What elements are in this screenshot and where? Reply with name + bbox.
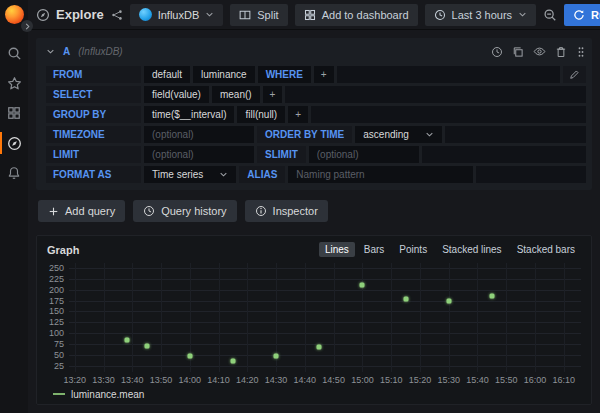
data-point[interactable]: [124, 337, 129, 342]
split-button[interactable]: Split: [230, 4, 287, 26]
chevron-down-icon: [518, 10, 527, 19]
x-tick-label: 15:50: [495, 375, 518, 385]
influxdb-logo-icon: [139, 8, 152, 21]
grafana-logo-icon[interactable]: [5, 5, 24, 24]
y-tick-label: 75: [54, 339, 64, 349]
sidebar-item-favorites[interactable]: [0, 68, 28, 98]
sidebar-item-search[interactable]: [0, 38, 28, 68]
data-point[interactable]: [230, 359, 235, 364]
share-icon[interactable]: [111, 9, 123, 21]
add-query-button[interactable]: Add query: [38, 200, 125, 222]
gridline-horizontal: [69, 333, 581, 334]
datasource-name: InfluxDB: [158, 9, 200, 21]
sidebar-item-explore[interactable]: [0, 128, 28, 158]
tab-stacked-lines[interactable]: Stacked lines: [436, 242, 507, 257]
query-row-select: SELECT field(value) mean() +: [46, 86, 586, 103]
select-add-button[interactable]: +: [263, 86, 283, 103]
graph-style-tabs: Lines Bars Points Stacked lines Stacked …: [319, 242, 581, 257]
time-range-picker[interactable]: Last 3 hours: [425, 4, 537, 26]
legend-series-label[interactable]: luminance.mean: [71, 389, 144, 400]
slimit-input[interactable]: [309, 146, 419, 163]
gridline-vertical: [535, 263, 536, 372]
graph-panel: Graph Lines Bars Points Stacked lines St…: [36, 235, 592, 405]
add-query-label: Add query: [65, 205, 115, 217]
group-by-fill-segment[interactable]: fill(null): [237, 106, 285, 123]
format-as-select[interactable]: Time series: [144, 166, 236, 183]
sidebar-expand-button[interactable]: [21, 20, 33, 32]
group-by-add-button[interactable]: +: [288, 106, 308, 123]
add-to-dashboard-button[interactable]: Add to dashboard: [295, 4, 418, 26]
data-point[interactable]: [446, 298, 451, 303]
tab-points[interactable]: Points: [393, 242, 433, 257]
x-axis-labels: 13:2013:3013:4013:5014:0014:1014:2014:30…: [69, 372, 581, 386]
gridline-vertical: [247, 263, 248, 372]
collapse-chevron-icon[interactable]: [46, 47, 55, 56]
timezone-input[interactable]: [144, 126, 254, 143]
tab-bars[interactable]: Bars: [358, 242, 391, 257]
query-row-actions: [491, 45, 586, 58]
gridline-horizontal: [69, 290, 581, 291]
where-add-button[interactable]: +: [314, 66, 334, 83]
x-tick-label: 16:10: [552, 375, 575, 385]
query-row-from: FROM default luminance WHERE +: [46, 66, 586, 83]
limit-input[interactable]: [144, 146, 254, 163]
gridline-horizontal: [69, 301, 581, 302]
zoom-out-icon[interactable]: [543, 8, 557, 22]
data-point[interactable]: [403, 297, 408, 302]
y-tick-label: 150: [49, 306, 64, 316]
data-point[interactable]: [317, 344, 322, 349]
gridline-vertical: [449, 263, 450, 372]
toggle-text-edit-button[interactable]: [563, 66, 586, 83]
x-tick-label: 15:30: [437, 375, 460, 385]
y-tick-label: 100: [49, 328, 64, 338]
history-icon[interactable]: [491, 46, 503, 58]
slimit-label: SLIMIT: [257, 146, 306, 163]
data-point[interactable]: [187, 354, 192, 359]
y-tick-label: 50: [54, 350, 64, 360]
gridline-vertical: [75, 263, 76, 372]
data-point[interactable]: [489, 294, 494, 299]
order-by-select[interactable]: ascending: [355, 126, 442, 143]
tab-lines[interactable]: Lines: [319, 242, 355, 257]
y-tick-label: 25: [54, 361, 64, 371]
gridline-horizontal: [69, 355, 581, 356]
alias-input[interactable]: [288, 166, 473, 183]
data-point[interactable]: [360, 283, 365, 288]
group-by-time-segment[interactable]: time($__interval): [144, 106, 234, 123]
split-icon: [239, 9, 251, 21]
graph-panel-header: Graph Lines Bars Points Stacked lines St…: [37, 236, 591, 259]
y-tick-label: 125: [49, 317, 64, 327]
query-history-label: Query history: [161, 205, 226, 217]
query-history-button[interactable]: Query history: [133, 200, 236, 222]
remove-query-trash-icon[interactable]: [555, 46, 567, 58]
data-point[interactable]: [274, 353, 279, 358]
datasource-picker[interactable]: InfluxDB: [130, 4, 224, 26]
y-tick-label: 175: [49, 296, 64, 306]
compass-icon: [36, 8, 50, 22]
y-axis-labels: 255075100125150175200225250: [41, 263, 69, 372]
plot-area[interactable]: [69, 263, 581, 372]
gridline-vertical: [506, 263, 507, 372]
tab-stacked-bars[interactable]: Stacked bars: [511, 242, 581, 257]
run-query-button[interactable]: Run query: [564, 4, 600, 26]
data-point[interactable]: [144, 344, 149, 349]
inspector-label: Inspector: [273, 205, 318, 217]
from-measurement-segment[interactable]: luminance: [193, 66, 255, 83]
inspector-button[interactable]: Inspector: [245, 200, 328, 222]
disable-query-eye-icon[interactable]: [533, 45, 546, 58]
select-func-segment[interactable]: mean(): [212, 86, 260, 103]
copy-query-icon[interactable]: [512, 46, 524, 58]
select-field-segment[interactable]: field(value): [144, 86, 209, 103]
y-tick-label: 200: [49, 285, 64, 295]
x-tick-label: 15:20: [409, 375, 432, 385]
x-tick-label: 14:30: [265, 375, 288, 385]
drag-handle-icon[interactable]: [576, 46, 586, 58]
query-row-header: A (InfluxDB): [46, 44, 586, 59]
sidebar-item-dashboards[interactable]: [0, 98, 28, 128]
sidebar-item-alerting[interactable]: [0, 158, 28, 188]
x-tick-label: 13:30: [92, 375, 115, 385]
where-keyword-segment[interactable]: WHERE: [258, 66, 311, 83]
from-policy-segment[interactable]: default: [144, 66, 190, 83]
chevron-down-icon: [205, 10, 214, 19]
row-filler: [285, 86, 586, 103]
